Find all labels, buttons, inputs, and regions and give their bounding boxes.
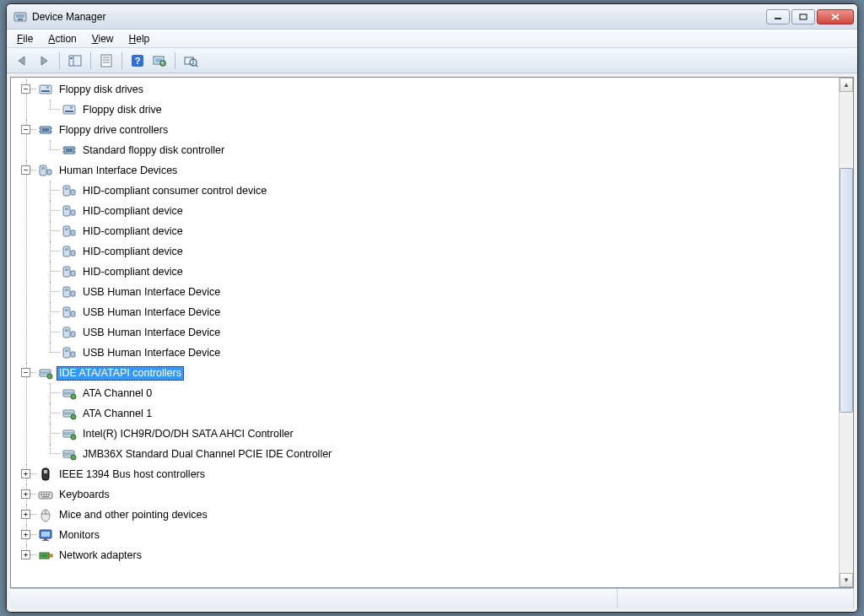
svg-rect-47	[63, 226, 70, 236]
tree-item[interactable]: USB Human Interface Device	[62, 322, 839, 343]
tree-item[interactable]: HID-compliant device	[62, 201, 839, 221]
collapse-icon[interactable]: −	[21, 84, 30, 94]
scroll-thumb[interactable]	[840, 168, 853, 413]
tree-item-label[interactable]: USB Human Interface Device	[80, 346, 223, 360]
vertical-scrollbar[interactable]: ▲ ▼	[839, 78, 853, 587]
tree-item-label[interactable]: ATA Channel 0	[80, 386, 154, 401]
tree-item-label[interactable]: USB Human Interface Device	[80, 285, 223, 300]
help-button[interactable]: ?	[127, 51, 148, 71]
svg-rect-5	[69, 56, 81, 66]
svg-rect-56	[63, 287, 70, 297]
tree-item[interactable]: HID-compliant device	[62, 241, 839, 262]
device-tree[interactable]: −Floppy disk drivesFloppy disk drive−Flo…	[11, 78, 839, 587]
show-hide-console-button[interactable]	[65, 51, 85, 71]
tree-item[interactable]: HID-compliant device	[62, 262, 839, 282]
tree-item-label[interactable]: Intel(R) ICH9R/DO/DH SATA AHCI Controlle…	[80, 427, 296, 441]
tree-item[interactable]: Standard floppy disk controller	[62, 140, 839, 160]
expand-icon[interactable]: +	[21, 510, 30, 519]
menu-view[interactable]: View	[85, 31, 121, 46]
tree-item[interactable]: HID-compliant device	[62, 221, 839, 241]
back-button[interactable]	[12, 51, 32, 71]
menu-file[interactable]: File	[10, 31, 40, 46]
svg-rect-42	[65, 187, 68, 190]
tree-item-label[interactable]: JMB36X Standard Dual Channel PCIE IDE Co…	[80, 447, 334, 462]
tree-item[interactable]: −Floppy drive controllersStandard floppy…	[38, 120, 839, 160]
tree-item[interactable]: −Floppy disk drivesFloppy disk drive	[38, 79, 839, 120]
tree-item-label[interactable]: Floppy drive controllers	[57, 123, 170, 138]
tree-item[interactable]: Floppy disk drive	[62, 100, 839, 120]
tree-item-label[interactable]: Mice and other pointing devices	[57, 508, 210, 522]
collapse-icon[interactable]: −	[21, 125, 30, 134]
svg-rect-99	[41, 554, 47, 557]
tree-item[interactable]: ATA Channel 0	[62, 383, 839, 403]
controller-icon	[38, 122, 53, 138]
tree-item[interactable]: Intel(R) ICH9R/DO/DH SATA AHCI Controlle…	[62, 424, 839, 444]
titlebar[interactable]: Device Manager	[7, 4, 857, 30]
svg-rect-33	[66, 149, 73, 152]
view-resources-button[interactable]	[181, 51, 201, 71]
tree-item[interactable]: +Monitors	[38, 525, 839, 545]
ide-controller-icon	[62, 406, 77, 421]
menu-action[interactable]: Action	[41, 31, 83, 46]
tree-item-label[interactable]: Keyboards	[57, 488, 112, 502]
svg-rect-22	[46, 86, 49, 89]
forward-button[interactable]	[34, 51, 54, 71]
tree-item-label[interactable]: ATA Channel 1	[80, 407, 154, 421]
tree-item-label[interactable]: HID-compliant device	[80, 265, 186, 279]
tree-item[interactable]: HID-compliant consumer control device	[62, 181, 839, 201]
svg-rect-1	[16, 14, 24, 18]
properties-button[interactable]	[96, 51, 116, 71]
tree-item-label[interactable]: USB Human Interface Device	[80, 305, 223, 320]
scan-hardware-button[interactable]	[149, 51, 170, 71]
tree-item-label[interactable]: Monitors	[57, 528, 102, 543]
window-title: Device Manager	[32, 11, 766, 23]
collapse-icon[interactable]: −	[21, 368, 30, 377]
expand-icon[interactable]: +	[21, 550, 30, 559]
tree-item[interactable]: ATA Channel 1	[62, 403, 839, 424]
svg-rect-43	[71, 190, 75, 195]
svg-rect-53	[63, 267, 70, 277]
collapse-icon[interactable]: −	[21, 165, 30, 175]
tree-item-label[interactable]: HID-compliant device	[80, 245, 186, 259]
expand-icon[interactable]: +	[21, 530, 30, 539]
scroll-down-button[interactable]: ▼	[840, 573, 853, 587]
tree-item[interactable]: +Keyboards	[38, 484, 839, 505]
svg-rect-39	[41, 167, 45, 170]
tree-item[interactable]: −Human Interface DevicesHID-compliant co…	[38, 160, 839, 363]
svg-rect-100	[49, 554, 52, 557]
tree-item-label[interactable]: Floppy disk drive	[80, 103, 165, 117]
tree-item[interactable]: +Network adapters	[38, 545, 839, 565]
tree-item-label[interactable]: USB Human Interface Device	[80, 326, 223, 340]
tree-item-label[interactable]: IEEE 1394 Bus host controllers	[57, 467, 208, 482]
svg-rect-64	[71, 332, 75, 337]
tree-item-label[interactable]: HID-compliant device	[80, 224, 186, 239]
tree-item-label[interactable]: Network adapters	[57, 548, 144, 563]
tree-item-label[interactable]: IDE ATA/ATAPI controllers	[57, 366, 184, 381]
svg-text:?: ?	[135, 56, 141, 66]
tree-item-label[interactable]: Human Interface Devices	[57, 164, 180, 178]
status-cell	[618, 589, 854, 608]
tree-item[interactable]: USB Human Interface Device	[62, 282, 839, 302]
network-adapter-icon	[38, 548, 53, 563]
tree-item-label[interactable]: Standard floppy disk controller	[80, 143, 227, 158]
tree-item[interactable]: +IEEE 1394 Bus host controllers	[38, 464, 839, 484]
svg-rect-88	[46, 494, 47, 495]
tree-item-label[interactable]: HID-compliant consumer control device	[80, 184, 269, 198]
menu-help[interactable]: Help	[122, 31, 157, 46]
scroll-up-button[interactable]: ▲	[840, 78, 853, 92]
tree-item[interactable]: USB Human Interface Device	[62, 302, 839, 322]
tree-item[interactable]: +Mice and other pointing devices	[38, 505, 839, 525]
scroll-track[interactable]	[840, 92, 853, 573]
svg-rect-96	[44, 538, 47, 540]
svg-rect-48	[65, 228, 68, 230]
tree-item-label[interactable]: Floppy disk drives	[57, 83, 146, 97]
tree-item[interactable]: JMB36X Standard Dual Channel PCIE IDE Co…	[62, 444, 839, 464]
tree-item[interactable]: USB Human Interface Device	[62, 343, 839, 363]
close-button[interactable]	[817, 9, 854, 24]
maximize-button[interactable]	[791, 9, 815, 24]
tree-item-label[interactable]: HID-compliant device	[80, 204, 186, 219]
tree-item[interactable]: −IDE ATA/ATAPI controllersATA Channel 0A…	[38, 363, 839, 464]
expand-icon[interactable]: +	[21, 469, 30, 478]
minimize-button[interactable]	[766, 9, 790, 24]
expand-icon[interactable]: +	[21, 489, 30, 499]
